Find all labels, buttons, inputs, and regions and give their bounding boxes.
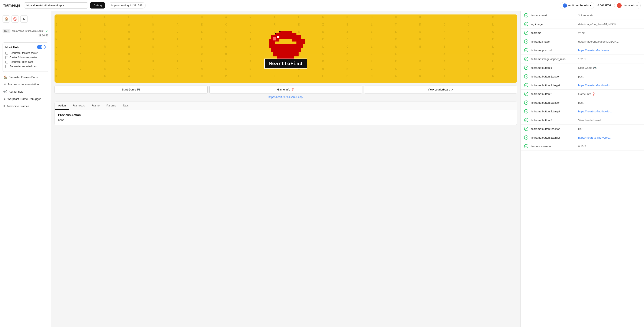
- check-icon: ✓: [524, 22, 528, 26]
- svg-rect-6: [296, 35, 301, 40]
- checkbox-input[interactable]: [5, 61, 8, 64]
- meta-row-frame-speed: ✓ frame speed 3.3 seconds: [521, 11, 644, 20]
- logo: frames.js: [4, 3, 20, 8]
- svg-rect-10: [280, 35, 284, 40]
- svg-rect-19: [273, 37, 276, 40]
- meta-value: 1.91:1: [578, 58, 586, 61]
- meta-key: fc:frame:button:2:target: [531, 110, 578, 113]
- checkbox-input[interactable]: [5, 56, 8, 59]
- checkbox-label: Caster follows requester: [10, 56, 37, 59]
- chevron-down-icon: ▾: [590, 4, 592, 7]
- request-section: GET https://heart-to-find.vercel.app/ ✓ …: [0, 27, 51, 39]
- checkbox-label: Requester follows caster: [10, 52, 38, 54]
- user-badge[interactable]: derpyj.eth ▾: [614, 2, 640, 9]
- check-icon: ✓: [524, 48, 528, 52]
- sidebar-link-label: Frames.js documentation: [8, 83, 39, 86]
- checkbox-requester-follows-caster[interactable]: Requester follows caster: [5, 52, 46, 54]
- meta-row-button2-action: ✓ fc:frame:button:2:action post: [521, 98, 644, 107]
- meta-value: data:image/png;base64,iVBOR...: [578, 40, 619, 43]
- checkbox-input[interactable]: [5, 52, 8, 54]
- meta-value: 3.3 seconds: [578, 14, 593, 17]
- debugger-icon: ◈: [4, 97, 6, 100]
- checkbox-input[interactable]: [5, 65, 8, 68]
- meta-row-button1-target: ✓ fc:frame:button:1:target https://heart…: [521, 81, 644, 90]
- meta-row-fc-frame-image: ✓ fc:frame:image data:image/png;base64,i…: [521, 37, 644, 46]
- svg-rect-15: [301, 40, 305, 44]
- frame-image: PRELEPHANTLGODOHGOR ILLANAECLREZELTMCOL …: [54, 14, 517, 82]
- meta-value: post: [578, 75, 584, 78]
- sidebar-link-awesome-frames[interactable]: ≡ Awesome Frames: [0, 102, 51, 110]
- method-url-row: GET https://heart-to-find.vercel.app/ ✓: [2, 29, 48, 33]
- check-icon: ✓: [524, 127, 528, 131]
- meta-row-aspect-ratio: ✓ fc:frame:image:aspect_ratio 1.91:1: [521, 55, 644, 64]
- meta-row-fc-frame-post-url: ✓ fc:frame:post_url https://heart-to-fin…: [521, 46, 644, 55]
- meta-value: link: [578, 127, 582, 130]
- tabs-header: Action Frames.js Frame Params Tags: [55, 102, 517, 110]
- toggle-knob: [41, 45, 45, 49]
- meta-row-button2-target: ✓ fc:frame:button:2:target https://heart…: [521, 107, 644, 116]
- check-icon: ✓: [524, 40, 528, 44]
- svg-rect-20: [277, 36, 280, 38]
- path-time-row: / 21:20:56: [2, 34, 48, 37]
- refresh-button[interactable]: ↻: [20, 15, 28, 22]
- sidebar-link-ask-help[interactable]: 💬 Ask for help: [0, 88, 51, 95]
- meta-row-button3: ✓ fc:frame:button:3 View Leaderboard: [521, 116, 644, 124]
- chevron-down-icon: ▾: [636, 4, 638, 7]
- block-button[interactable]: 🚫: [12, 15, 19, 22]
- meta-value: https://heart-to-find.verce...: [578, 49, 611, 52]
- eth-balance: 0.001 ETH: [598, 4, 611, 7]
- buttons-row: Start Game 🎮 Game Info ❓ View Leaderboar…: [54, 86, 517, 94]
- meta-row-button3-target: ✓ fc:frame:button:3:target https://heart…: [521, 133, 644, 142]
- check-icon: ✓: [524, 92, 528, 96]
- frame-url-text[interactable]: https://heart-to-find.vercel.app/: [268, 96, 303, 98]
- tab-framesjs[interactable]: Frames.js: [69, 102, 88, 110]
- check-icon: ✓: [524, 31, 528, 35]
- meta-row-fc-frame: ✓ fc:frame vNext: [521, 28, 644, 37]
- sidebar: 🏠 🚫 ↻ GET https://heart-to-find.vercel.a…: [0, 11, 51, 327]
- meta-key: fc:frame:post_url: [531, 49, 578, 52]
- mock-hub-header: Mock Hub: [5, 45, 46, 50]
- view-leaderboard-button[interactable]: View Leaderboard ↗: [364, 86, 517, 94]
- check-icon: ✓: [524, 118, 528, 122]
- tab-tags[interactable]: Tags: [120, 102, 132, 110]
- meta-key: frame speed: [531, 14, 578, 17]
- checkbox-requester-liked[interactable]: Requester liked cast: [5, 60, 46, 64]
- check-icon: ✓: [524, 13, 528, 18]
- start-game-button[interactable]: Start Game 🎮: [54, 86, 208, 94]
- mock-hub-toggle[interactable]: [37, 45, 46, 50]
- check-icon: ✓: [524, 74, 528, 78]
- user-name: derpyj.eth: [623, 4, 635, 7]
- frame-canvas: PRELEPHANTLGODOHGOR ILLANAECLREZELTMCOL …: [54, 14, 517, 82]
- check-icon: ✓: [524, 109, 528, 114]
- svg-rect-11: [284, 35, 288, 40]
- checkbox-label: Requester recasted cast: [10, 65, 37, 68]
- svg-rect-18: [301, 44, 303, 48]
- sidebar-link-farcaster-docs[interactable]: 🏠 Farcaster Frames Docs: [0, 74, 51, 81]
- meta-key: fc:frame:button:1: [531, 66, 578, 70]
- debug-button[interactable]: Debug: [90, 2, 105, 8]
- heart-pixel-art: [267, 29, 305, 63]
- sidebar-link-warpcast[interactable]: ◈ Warpcast Frame Debugger: [0, 95, 51, 102]
- meta-key: frames.js:version: [531, 145, 578, 148]
- tab-frame[interactable]: Frame: [88, 102, 103, 110]
- tab-action[interactable]: Action: [55, 102, 69, 110]
- svg-rect-14: [296, 40, 301, 44]
- url-input[interactable]: [24, 2, 88, 8]
- list-icon: ≡: [4, 104, 5, 108]
- network-selector[interactable]: Arbitrum Sepolia ▾: [560, 2, 594, 9]
- right-panel: ✓ frame speed 3.3 seconds ✓ og:image dat…: [520, 11, 644, 327]
- meta-key: fc:frame:button:2:action: [531, 101, 578, 104]
- network-name: Arbitrum Sepolia: [568, 4, 589, 7]
- sidebar-link-framesjs-docs[interactable]: ↗ Frames.js documentation: [0, 81, 51, 88]
- center-panel: PRELEPHANTLGODOHGOR ILLANAECLREZELTMCOL …: [51, 11, 520, 327]
- game-info-button[interactable]: Game Info ❓: [209, 86, 362, 94]
- check-icon: ✓: [524, 144, 528, 148]
- check-icon: ✓: [46, 29, 48, 33]
- tab-params[interactable]: Params: [103, 102, 120, 110]
- game-title: HeartToFind: [264, 58, 308, 68]
- home-button[interactable]: 🏠: [2, 15, 10, 22]
- checkbox-requester-recasted[interactable]: Requester recasted cast: [5, 65, 46, 68]
- meta-key: fc:frame:button:3:target: [531, 136, 578, 139]
- checkbox-caster-follows-requester[interactable]: Caster follows requester: [5, 56, 46, 59]
- external-link-icon: ↗: [4, 82, 6, 86]
